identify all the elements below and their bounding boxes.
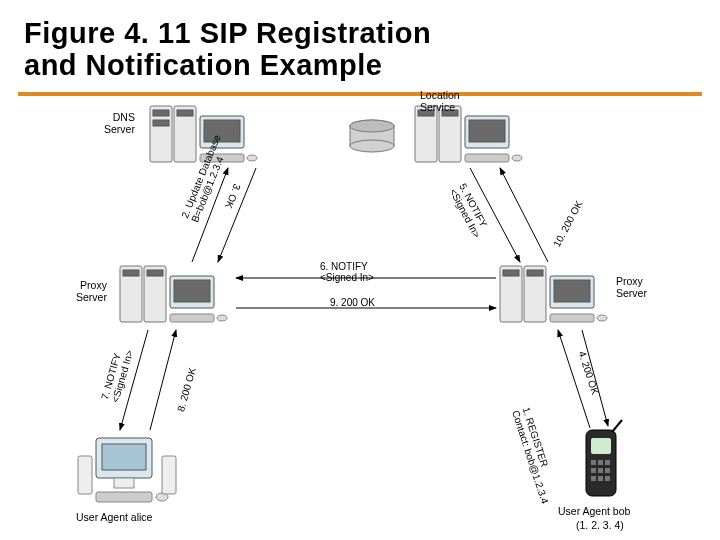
alice-label: User Agent alice [76,512,152,524]
svg-rect-50 [598,468,603,473]
svg-line-63 [150,330,176,430]
bob-label: User Agent bob [558,506,630,518]
svg-rect-38 [102,444,146,470]
location-service-icon [415,106,522,162]
svg-point-8 [247,155,257,161]
svg-point-20 [350,120,394,132]
proxy-right-label: Proxy Server [616,276,647,299]
location-disk-icon [350,120,394,152]
svg-rect-53 [598,476,603,481]
svg-rect-41 [96,492,152,502]
title-underline [18,92,702,96]
svg-point-16 [512,155,522,161]
svg-point-36 [597,315,607,321]
svg-rect-27 [170,314,214,322]
svg-rect-34 [554,280,590,302]
svg-rect-46 [591,460,596,465]
svg-line-59 [218,168,256,262]
svg-rect-48 [605,460,610,465]
proxy-right-icon [500,266,607,322]
svg-rect-24 [147,270,163,276]
location-label: Location Service [420,90,460,113]
svg-rect-32 [527,270,543,276]
svg-line-55 [612,420,622,432]
svg-rect-51 [605,468,610,473]
svg-rect-45 [591,438,611,454]
svg-rect-1 [153,110,169,116]
svg-rect-4 [177,110,193,116]
svg-rect-35 [550,314,594,322]
svg-rect-54 [605,476,610,481]
svg-rect-47 [598,460,603,465]
svg-rect-30 [503,270,519,276]
msg-9: 9. 200 OK [330,298,375,309]
user-agent-bob-icon [586,420,622,496]
user-agent-alice-icon [78,438,176,502]
bob-ip-label: (1. 2. 3. 4) [576,520,624,532]
figure-title-line1: Figure 4. 11 SIP Registration [24,18,696,50]
svg-rect-22 [123,270,139,276]
svg-rect-43 [162,456,176,494]
figure-title-line2: and Notification Example [24,50,696,82]
dns-label: DNS Server [104,112,135,135]
svg-rect-2 [153,120,169,126]
svg-rect-15 [465,154,509,162]
svg-rect-39 [114,478,134,488]
svg-rect-52 [591,476,596,481]
svg-point-19 [350,140,394,152]
svg-rect-49 [591,468,596,473]
msg-6: 6. NOTIFY <Signed In> [320,262,374,283]
svg-point-28 [217,315,227,321]
svg-rect-40 [78,456,92,494]
svg-rect-14 [469,120,505,142]
svg-line-61 [500,168,548,262]
diagram-svg [0,98,720,540]
proxy-left-icon [120,266,227,322]
proxy-left-label: Proxy Server [76,280,107,303]
diagram-stage: DNS Server Location Service Proxy Server… [0,98,720,540]
svg-rect-26 [174,280,210,302]
